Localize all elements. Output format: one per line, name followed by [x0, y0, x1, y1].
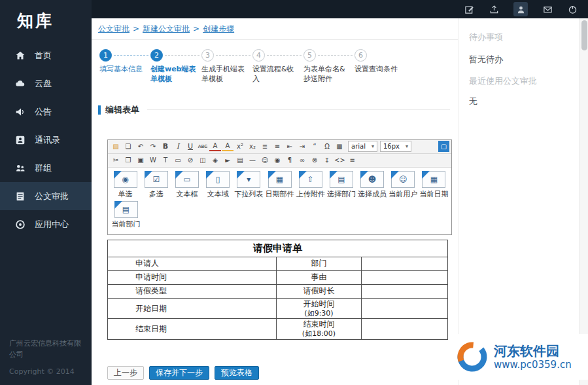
cell-applicant[interactable]: 申请人	[108, 257, 277, 270]
image-icon[interactable]: ◫	[197, 155, 209, 166]
breadcrumb-link-create-steps[interactable]: 创建步骤	[203, 24, 234, 33]
cell-leave-type[interactable]: 请假类型	[108, 284, 277, 298]
strikethrough-icon[interactable]: ABC	[197, 141, 209, 152]
align-left-icon[interactable]: ≡	[347, 155, 358, 166]
textbox-widget[interactable]: ▭ 文本框	[172, 171, 201, 199]
compose-icon[interactable]	[464, 4, 474, 14]
widget-icon: ☻	[360, 171, 384, 188]
power-icon[interactable]	[567, 4, 578, 14]
scrollbar-thumb[interactable]	[581, 20, 587, 50]
cell-start-date[interactable]: 开始日期	[108, 298, 277, 319]
save-and-next-button[interactable]: 保存并下一步	[149, 366, 209, 380]
bold-icon[interactable]: B	[160, 141, 171, 152]
select-all-icon[interactable]: ▭	[172, 155, 184, 166]
italic-icon[interactable]: I	[172, 141, 184, 152]
sidebar-item-groups[interactable]: 群组	[0, 154, 92, 182]
font-size-select[interactable]: 16px▾	[380, 141, 411, 152]
anchor-icon[interactable]: ↧	[321, 155, 333, 166]
dropdown-widget[interactable]: ▾ 下拉列表	[234, 171, 264, 199]
textarea-widget[interactable]: ▯ 文本域	[203, 171, 233, 199]
cell-end-date[interactable]: 结束日期	[108, 319, 277, 340]
preview-form-button[interactable]: 预览表格	[215, 366, 259, 380]
cell-leave-duration[interactable]: 请假时长	[277, 284, 362, 298]
cell-empty[interactable]	[362, 257, 448, 270]
cell-department[interactable]: 部门	[277, 257, 362, 270]
cell-empty[interactable]	[362, 270, 448, 284]
font-color-icon[interactable]: A	[209, 141, 221, 151]
step-5: 5 为表单命名&抄送附件	[303, 48, 355, 84]
cell-start-time[interactable]: 开始时间(如9:30)	[277, 298, 362, 319]
map-icon[interactable]: ◉	[271, 155, 283, 166]
page-break-icon[interactable]: ¶	[284, 155, 296, 166]
cell-end-time[interactable]: 结束时间(如18:00)	[277, 319, 362, 340]
select-member-widget[interactable]: ☻ 选择成员	[358, 171, 387, 199]
widget-icon: ▤	[330, 171, 353, 188]
redo-icon[interactable]: ↷	[147, 141, 159, 152]
symbol-icon[interactable]: Ω	[321, 141, 333, 152]
paste-word-icon[interactable]: W	[147, 155, 159, 166]
checkbox-widget[interactable]: ☑ 多选	[141, 171, 171, 199]
new-doc-icon[interactable]: ▤	[110, 141, 122, 152]
ordered-list-icon[interactable]: ≣	[259, 141, 271, 152]
cell-empty[interactable]	[362, 284, 448, 298]
breadcrumb-link-approval[interactable]: 公文审批	[98, 24, 130, 33]
clear-format-icon[interactable]: ⊘	[184, 155, 196, 166]
upload-icon[interactable]	[489, 4, 499, 14]
paste-text-icon[interactable]: T	[160, 155, 171, 166]
cell-apply-time[interactable]: 申请时间	[108, 270, 277, 284]
blockquote-icon[interactable]: “	[309, 141, 320, 152]
current-dept-widget[interactable]: ▤ 当前部门	[111, 201, 141, 229]
sidebar-item-app-center[interactable]: 应用中心	[0, 210, 92, 238]
indent-icon[interactable]: ⇥	[296, 141, 308, 152]
undo-icon[interactable]: ↶	[135, 141, 147, 152]
link-icon[interactable]: ∞	[296, 155, 308, 166]
upload-widget[interactable]: ⇧ 上传附件	[296, 171, 325, 199]
underline-icon[interactable]: U	[184, 141, 196, 152]
unordered-list-icon[interactable]: ≡	[271, 141, 283, 152]
mail-icon[interactable]	[542, 4, 553, 14]
topbar-icons	[464, 0, 578, 18]
code-icon[interactable]: <>	[334, 155, 346, 166]
select-dept-widget[interactable]: ▤ 选择部门	[326, 171, 356, 199]
sidebar-item-contacts[interactable]: 通讯录	[0, 126, 92, 154]
user-icon[interactable]	[513, 2, 528, 16]
superscript-icon[interactable]: x²	[234, 141, 246, 152]
current-user-widget[interactable]: ☺ 当前用户	[389, 171, 418, 199]
vertical-scrollbar[interactable]	[579, 18, 588, 385]
font-family-select[interactable]: arial▾	[348, 141, 377, 152]
outdent-icon[interactable]: ⇤	[284, 141, 296, 152]
sidebar-item-announcements[interactable]: 公告	[0, 98, 92, 126]
radio-widget[interactable]: ◉ 单选	[111, 171, 140, 199]
insert-table-icon[interactable]: ▦	[334, 141, 345, 152]
step-connector	[165, 55, 199, 56]
emoticon-icon[interactable]: ☺	[259, 155, 271, 166]
widget-icon: ▤	[114, 201, 138, 218]
watermark-url: www.pc0359.cn	[494, 359, 572, 371]
cell-reason[interactable]: 事由	[277, 270, 362, 284]
breadcrumb-separator: >	[193, 24, 199, 33]
flash-icon[interactable]: ◈	[209, 155, 221, 166]
sidebar-item-home[interactable]: 首页	[0, 41, 92, 69]
widget-palette: ◉ 单选 ☑ 多选 ▭ 文本框	[108, 168, 451, 234]
cut-icon[interactable]: ✂	[110, 155, 122, 166]
sidebar-item-cloud-disk[interactable]: 云盘	[0, 69, 92, 98]
paste-icon[interactable]: ▣	[135, 155, 147, 166]
cell-empty[interactable]	[362, 319, 448, 340]
file-icon[interactable]: ▤	[234, 155, 246, 166]
leave-form-table[interactable]: 请假申请单 申请人 部门 申请时间 事由 请假类型 请假时长	[107, 240, 448, 340]
subscript-icon[interactable]: x₂	[247, 141, 258, 152]
unlink-icon[interactable]: ⊗	[309, 155, 320, 166]
sidebar-item-document-approval[interactable]: 公文审批	[0, 182, 92, 210]
breadcrumb-link-new-approval[interactable]: 新建公文审批	[143, 24, 190, 33]
hilite-color-icon[interactable]: A	[222, 141, 233, 151]
hr-icon[interactable]: —	[247, 155, 258, 166]
copy-icon[interactable]: ❐	[122, 155, 134, 166]
widget-icon: ▯	[206, 171, 230, 188]
preview-icon[interactable]: ❏	[122, 141, 134, 152]
current-date-widget[interactable]: ▦ 当前日期	[419, 171, 449, 199]
cell-empty[interactable]	[362, 298, 448, 319]
media-icon[interactable]: ►	[222, 155, 233, 166]
date-widget[interactable]: ▦ 日期部件	[265, 171, 294, 199]
fullscreen-icon[interactable]: ▢	[438, 141, 449, 152]
previous-step-button[interactable]: 上一步	[107, 366, 144, 380]
